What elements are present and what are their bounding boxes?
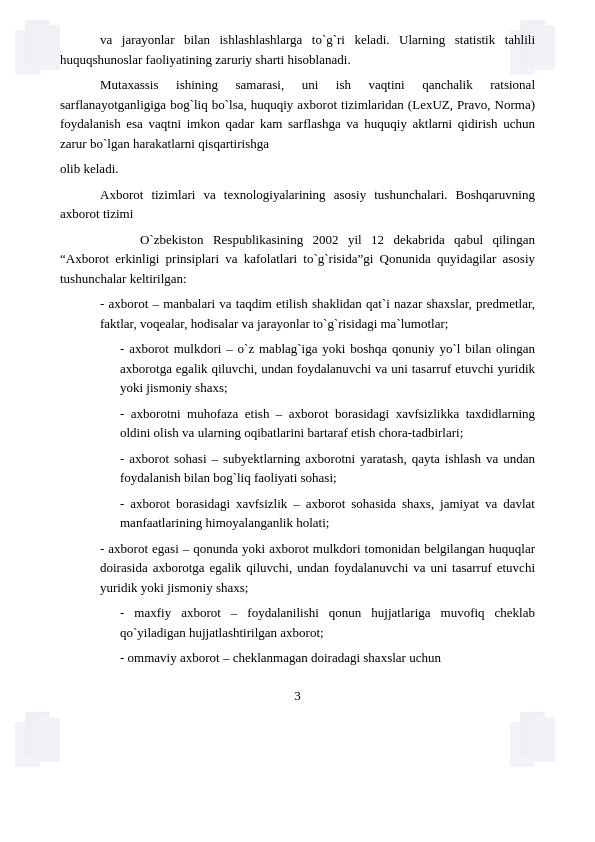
paragraph-11: - axborot egasi – qonunda yoki axborot m… xyxy=(60,539,535,598)
svg-rect-1 xyxy=(25,20,50,65)
page-number: 3 xyxy=(60,688,535,704)
svg-rect-7 xyxy=(25,712,50,757)
svg-rect-0 xyxy=(15,30,40,75)
svg-rect-9 xyxy=(510,722,535,767)
paragraph-13: - ommaviy axborot – cheklanmagan doirada… xyxy=(60,648,535,668)
svg-rect-10 xyxy=(520,712,545,757)
paragraph-9: - axborot sohasi – subyektlarning axboro… xyxy=(60,449,535,488)
page: va jarayonlar bilan ishlashlashlarga to`… xyxy=(0,0,595,842)
svg-rect-6 xyxy=(15,722,40,767)
paragraph-3: olib keladi. xyxy=(60,159,535,179)
paragraph-2: Mutaxassis ishining samarasi, uni ish va… xyxy=(60,75,535,153)
paragraph-7: - axborot mulkdori – o`z mablag`iga yoki… xyxy=(60,339,535,398)
paragraph-4: Axborot tizimlari va texnologiyalarining… xyxy=(60,185,535,224)
watermark-logo-left-bottom xyxy=(10,702,90,782)
paragraph-10: - axborot borasidagi xavfsizlik – axboro… xyxy=(60,494,535,533)
paragraph-8: - axborotni muhofaza etish – axborot bor… xyxy=(60,404,535,443)
watermark-logo-right-bottom xyxy=(505,702,585,782)
paragraph-6: - axborot – manbalari va taqdim etilish … xyxy=(60,294,535,333)
paragraph-5: O`zbekiston Respublikasining 2002 yil 12… xyxy=(60,230,535,289)
page-content: va jarayonlar bilan ishlashlashlarga to`… xyxy=(60,30,535,704)
paragraph-1: va jarayonlar bilan ishlashlashlarga to`… xyxy=(60,30,535,69)
svg-rect-11 xyxy=(530,717,555,762)
paragraph-12: - maxfiy axborot – foydalanilishi qonun … xyxy=(60,603,535,642)
svg-rect-8 xyxy=(35,717,60,762)
svg-rect-2 xyxy=(35,25,60,70)
